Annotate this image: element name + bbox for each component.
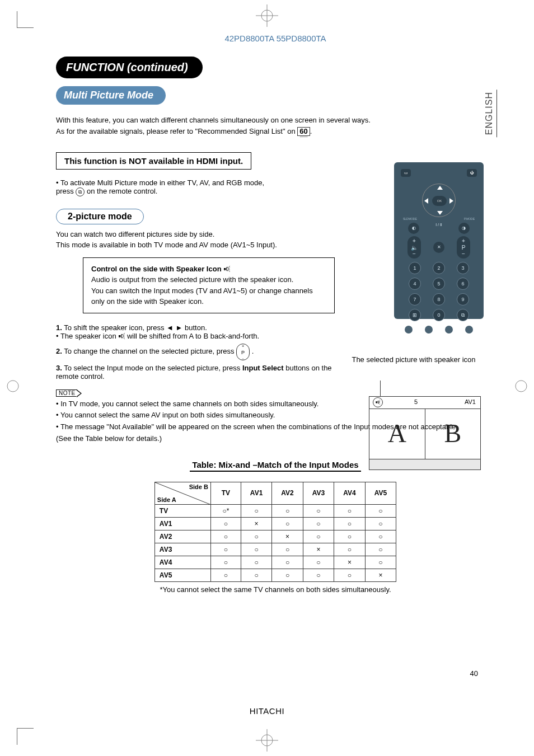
remote-mode-button: ◐ bbox=[408, 223, 419, 234]
table-row: AV2○○×○○○ bbox=[154, 530, 396, 543]
num-8: 8 bbox=[433, 293, 445, 306]
svg-point-9 bbox=[516, 381, 527, 392]
remote-mode-button: ◑ bbox=[458, 223, 470, 234]
col-header: AV2 bbox=[272, 482, 303, 504]
svg-point-6 bbox=[7, 381, 18, 392]
table-section: Table: Mix-and –Match of the Input Modes… bbox=[56, 460, 495, 594]
inset-title: Control on the side with Speaker Icon bbox=[91, 265, 223, 273]
table-row: AV5○○○○○× bbox=[154, 569, 396, 581]
steps-list: 1. To shift the speaker icon, press ◄ ► … bbox=[56, 323, 347, 381]
diagram-av: AV1 bbox=[465, 398, 476, 405]
remote-top-button: ▭ bbox=[401, 169, 411, 177]
diagram-side-a: A bbox=[369, 409, 425, 459]
col-header: AV4 bbox=[334, 482, 365, 504]
registration-mark bbox=[256, 729, 278, 752]
program-rocker-icon: P bbox=[236, 344, 250, 360]
num-9: 9 bbox=[457, 293, 469, 306]
page-number: 40 bbox=[470, 669, 478, 678]
num-2: 2 bbox=[433, 262, 445, 274]
table-title: Table: Mix-and –Match of the Input Modes bbox=[190, 460, 360, 472]
table-row: AV3○○○×○○ bbox=[154, 543, 396, 556]
program-rocker: +P− bbox=[457, 236, 470, 259]
remote-dpad: OK bbox=[422, 184, 456, 217]
hdmi-notice-box: This function is NOT available in HDMI i… bbox=[56, 152, 251, 170]
note-label: NOTE bbox=[56, 389, 77, 397]
intro-line1: With this feature, you can watch differe… bbox=[56, 116, 371, 124]
registration-mark bbox=[256, 4, 278, 27]
intro-line2a: As for the available signals, please ref… bbox=[56, 127, 297, 135]
diagram-channel: 5 bbox=[414, 398, 418, 405]
table-corner: Side B Side A bbox=[154, 482, 210, 504]
col-header: AV1 bbox=[241, 482, 271, 504]
manual-page: 42PD8800TA 55PD8800TA ENGLISH FUNCTION (… bbox=[0, 0, 534, 756]
diagram-side-b: B bbox=[425, 409, 481, 459]
registration-mark bbox=[510, 375, 532, 397]
mix-match-table: Side B Side A TV AV1 AV2 AV3 AV4 AV5 TV○… bbox=[154, 482, 396, 582]
diagram-caption: The selected picture with speaker icon bbox=[335, 355, 492, 364]
remote-illustration: ▭ ⏻ OK SLDMODE P.MODE ◐ I / II ◑ +🔈− ✕ +… bbox=[394, 162, 484, 319]
multipicture-button: ⧉ bbox=[457, 309, 469, 321]
section-title-multipicture: Multi Picture Mode bbox=[56, 86, 166, 105]
volume-rocker: +🔈− bbox=[407, 236, 421, 259]
remote-bottom-buttons bbox=[399, 326, 479, 334]
remote-i-ii-label: I / II bbox=[432, 223, 446, 234]
crop-mark bbox=[17, 11, 34, 28]
arrow-up-icon bbox=[437, 186, 443, 190]
mute-button: ✕ bbox=[433, 242, 444, 253]
table-row: AV4○○○○×○ bbox=[154, 556, 396, 569]
arrow-left-icon bbox=[424, 198, 428, 204]
num-6: 6 bbox=[457, 278, 469, 290]
table-footnote: *You cannot select the same TV channels … bbox=[56, 585, 495, 594]
enter-button: ⊞ bbox=[409, 309, 421, 321]
model-header: 42PD8800TA 55PD8800TA bbox=[56, 34, 495, 43]
step-2: 2. To change the channel on the selected… bbox=[56, 344, 347, 360]
page-reference: 60 bbox=[297, 127, 310, 136]
table-row: AV1○×○○○○ bbox=[154, 517, 396, 530]
speaker-icon: 🕬 bbox=[118, 332, 125, 340]
num-7: 7 bbox=[409, 293, 421, 306]
col-header: TV bbox=[210, 482, 241, 504]
ok-button: OK bbox=[432, 196, 447, 206]
table-row: TV○*○○○○○ bbox=[154, 504, 396, 517]
num-4: 4 bbox=[409, 278, 421, 290]
intro-line2b: . bbox=[310, 127, 312, 135]
tv-diagram: 🕬 5 AV1 A B bbox=[369, 381, 481, 470]
step-3: 3. To select the Input mode on the selec… bbox=[56, 364, 347, 381]
subsection-2picture: 2-picture mode bbox=[56, 209, 144, 224]
remote-top-button: ⏻ bbox=[467, 169, 477, 177]
num-5: 5 bbox=[433, 278, 445, 290]
section-title-function: FUNCTION (continued) bbox=[56, 57, 203, 78]
speaker-control-box: Control on the side with Speaker Icon 🕬 … bbox=[83, 257, 335, 313]
brand-footer: HITACHI bbox=[0, 706, 534, 716]
num-3: 3 bbox=[457, 262, 469, 274]
language-tab: ENGLISH bbox=[484, 90, 497, 137]
arrow-down-icon bbox=[437, 211, 443, 215]
num-1: 1 bbox=[409, 262, 421, 274]
col-header: AV3 bbox=[303, 482, 334, 504]
arrow-right-icon bbox=[449, 198, 453, 204]
speaker-icon: 🕬 bbox=[223, 264, 230, 274]
registration-mark bbox=[2, 375, 24, 397]
col-header: AV5 bbox=[365, 482, 396, 504]
num-0: 0 bbox=[433, 309, 445, 321]
multipicture-button-icon: ⧉ bbox=[76, 187, 85, 196]
speaker-icon: 🕬 bbox=[373, 397, 383, 407]
crop-mark bbox=[17, 728, 34, 745]
intro-text: With this feature, you can watch differe… bbox=[56, 115, 495, 137]
step-1: 1. To shift the speaker icon, press ◄ ► … bbox=[56, 323, 347, 340]
